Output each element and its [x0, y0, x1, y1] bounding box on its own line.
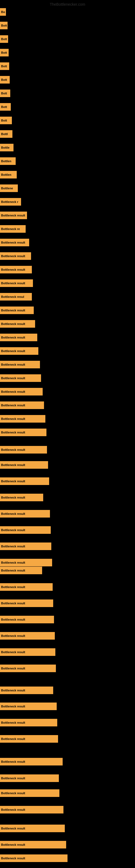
- bar-item: Bott: [0, 76, 10, 84]
- bar-label: Bott: [1, 92, 7, 95]
- bar-label: Bottleneck result: [1, 363, 25, 366]
- bar-label: Bottlene: [1, 187, 13, 190]
- bar-item: Bottleneck result: [0, 719, 57, 726]
- bar-item: Bottleneck result: [0, 806, 63, 813]
- bar-label: Bottleneck result: [1, 376, 25, 380]
- bar-label: Bottleneck result: [1, 528, 25, 532]
- bar-item: Bottleneck result: [0, 758, 63, 766]
- bar-item: Bottleneck result: [0, 347, 38, 355]
- bar-item: Bottleneck result: [0, 334, 37, 341]
- bar-item: Bottleneck result: [0, 664, 56, 672]
- bar-label: Bott: [1, 37, 7, 41]
- bar-item: Bottleneck result: [0, 703, 57, 710]
- bar-label: Bottleneck result: [1, 737, 25, 741]
- bar-label: Bottleneck result: [1, 214, 25, 217]
- bar-item: Bott: [0, 22, 8, 29]
- bar-label: Bottlen: [1, 159, 11, 163]
- bar-item: Bottleneck result: [0, 374, 41, 382]
- bar-label: Bottleneck result: [1, 254, 25, 258]
- bar-item: Bottleneck r: [0, 198, 21, 206]
- bar-label: Bo: [1, 10, 5, 13]
- bar-item: Bottleneck result: [0, 361, 40, 368]
- bar-item: Bottleneck result: [0, 320, 35, 328]
- bar-label: Bottleneck result: [1, 721, 25, 724]
- bar-item: Bottleneck result: [0, 567, 42, 574]
- bar-label: Bottleneck result: [1, 792, 25, 795]
- bar-label: Bottleneck result: [1, 417, 25, 421]
- bar-label: Bottleneck result: [1, 705, 25, 708]
- bar-label: Bottleneck result: [1, 843, 25, 846]
- bar-label: Bottleneck result: [1, 827, 25, 830]
- bar-label: Bottleneck result: [1, 404, 25, 407]
- bar-label: Bott: [1, 119, 7, 122]
- bar-item: Bottleneck result: [0, 388, 43, 396]
- bar-label: Bottleneck result: [1, 431, 25, 434]
- bar-item: Bottleneck result: [0, 252, 31, 260]
- bar-label: Bottleneck result: [1, 309, 25, 312]
- bar-item: Bottleneck result: [0, 735, 58, 743]
- bar-label: Bottleneck r: [1, 200, 18, 204]
- bar-item: Bottleneck result: [0, 401, 44, 409]
- bar-label: Bottleneck result: [1, 634, 25, 638]
- bar-label: Bottle: [1, 146, 9, 149]
- bar-item: Bott: [0, 35, 8, 43]
- bar-item: Bottleneck result: [0, 526, 51, 534]
- bar-item: Bottleneck result: [0, 239, 29, 246]
- bar-item: Bottleneck result: [0, 686, 53, 694]
- bar-item: Bottleneck result: [0, 841, 66, 848]
- bar-label: Bottleneck result: [1, 241, 25, 244]
- bar-label: Bott: [1, 105, 7, 108]
- bar-item: Bottl: [0, 130, 12, 138]
- bar-item: Bottleneck result: [0, 632, 55, 640]
- bar-item: Bottleneck resul: [0, 293, 32, 301]
- bar-item: Bottleneck result: [0, 446, 47, 454]
- bar-label: Bottleneck result: [1, 512, 25, 516]
- bar-label: Bottleneck result: [1, 618, 25, 621]
- bar-item: Bo: [0, 8, 6, 16]
- bar-item: Bottle: [0, 144, 13, 151]
- bar-label: Bottleneck result: [1, 448, 25, 452]
- bar-label: Bottleneck result: [1, 349, 25, 352]
- bar-item: Bottleneck result: [0, 307, 34, 314]
- bar-label: Bottleneck result: [1, 569, 25, 572]
- bar-item: Bottleneck result: [0, 461, 48, 469]
- bar-item: Bottleneck result: [0, 599, 53, 607]
- bar-item: Bott: [0, 117, 12, 124]
- bar-item: Bottleneck result: [0, 855, 68, 862]
- bar-item: Bottleneck result: [0, 266, 32, 273]
- site-title: TheBottlenecker.com: [50, 2, 85, 6]
- bar-label: Bottleneck result: [1, 336, 25, 339]
- bar-item: Bottleneck result: [0, 510, 50, 518]
- bar-label: Bottleneck result: [1, 689, 25, 692]
- bar-item: Bottlen: [0, 157, 16, 165]
- bar-item: Bottleneck result: [0, 279, 33, 287]
- bar-item: Bottleneck result: [0, 494, 43, 501]
- bar-item: Bottleneck result: [0, 583, 53, 591]
- bar-item: Bottlene: [0, 184, 18, 192]
- bar-item: Bottleneck re: [0, 225, 26, 233]
- bar-label: Bottl: [1, 132, 8, 135]
- bar-label: Bottleneck result: [1, 777, 25, 780]
- bar-label: Bottleneck result: [1, 561, 25, 564]
- bar-label: Bottleneck result: [1, 650, 25, 654]
- bar-item: Bott: [0, 90, 10, 97]
- bar-label: Bottleneck result: [1, 463, 25, 467]
- bar-label: Bott: [1, 24, 7, 27]
- bar-label: Bottleneck result: [1, 857, 25, 860]
- bar-label: Bottleneck resul: [1, 295, 24, 299]
- bar-label: Bottleneck result: [1, 760, 25, 763]
- bar-label: Bottleneck result: [1, 390, 25, 393]
- bar-label: Bottleneck result: [1, 585, 25, 589]
- bar-item: Bott: [0, 62, 9, 70]
- bar-label: Bottleneck result: [1, 808, 25, 811]
- bar-item: Bottleneck result: [0, 789, 59, 797]
- bar-label: Bottleneck result: [1, 601, 25, 605]
- bar-label: Bottleneck result: [1, 479, 25, 483]
- bar-label: Bottleneck result: [1, 322, 25, 326]
- bar-item: Bottlen: [0, 171, 17, 179]
- bar-label: Bottleneck result: [1, 268, 25, 271]
- bar-label: Bottleneck result: [1, 282, 25, 285]
- bar-item: Bottleneck result: [0, 774, 59, 782]
- bar-item: Bottleneck result: [0, 477, 49, 485]
- bar-item: Bott: [0, 103, 11, 111]
